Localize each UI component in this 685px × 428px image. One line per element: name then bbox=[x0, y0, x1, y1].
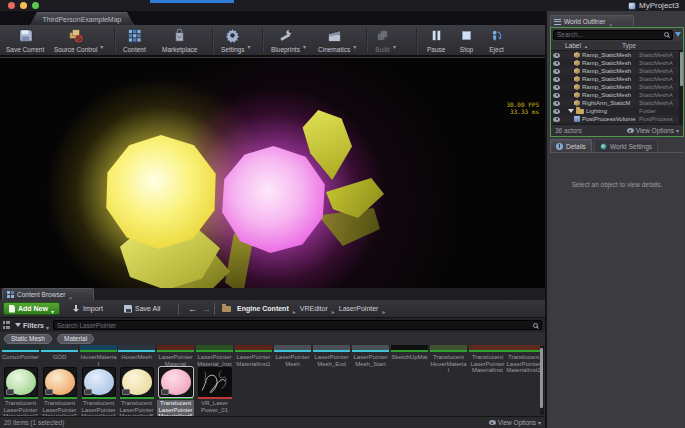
source-control-dropdown-icon[interactable] bbox=[100, 35, 103, 53]
pause-button[interactable]: Pause bbox=[425, 27, 447, 54]
asset-tile[interactable]: Translucent HoverMaterial bbox=[430, 345, 467, 374]
eject-button[interactable]: Eject bbox=[487, 27, 506, 54]
outliner-row[interactable]: Ramp_StaticMeshStaticMeshA bbox=[551, 75, 683, 83]
asset-tile[interactable]: HoverMesh bbox=[118, 345, 155, 361]
source-control-button[interactable]: Source Control bbox=[52, 27, 99, 54]
static-mesh-icon bbox=[574, 100, 580, 106]
breadcrumb-vreditor[interactable]: VREditor bbox=[300, 305, 328, 312]
minimize-window-button[interactable] bbox=[20, 2, 27, 9]
stop-button[interactable]: Stop bbox=[457, 27, 476, 54]
filter-chip-material[interactable]: Material bbox=[57, 334, 94, 344]
outliner-row[interactable]: Ramp_StaticMeshStaticMeshA bbox=[551, 83, 683, 91]
filter-chip-static-mesh[interactable]: Static Mesh bbox=[4, 334, 52, 344]
sources-panel-toggle-icon[interactable] bbox=[3, 321, 11, 329]
asset-tile-material-sphere[interactable]: Translucent LaserPointer MaterialInst4 bbox=[80, 367, 117, 416]
breadcrumb-separator-icon[interactable] bbox=[293, 300, 296, 318]
breadcrumb-separator-icon[interactable] bbox=[332, 300, 335, 318]
outliner-row[interactable]: Ramp_StaticMeshStaticMeshA bbox=[551, 67, 683, 75]
save-current-button[interactable]: Save Current bbox=[4, 27, 46, 54]
outliner-view-options-button[interactable]: View Options bbox=[627, 127, 679, 134]
visibility-eye-icon[interactable] bbox=[553, 117, 560, 122]
fps-stat-overlay: 30.00 FPS 33.33 ms bbox=[506, 101, 539, 115]
asset-tile[interactable]: LaserPointer Material_Inst bbox=[196, 345, 233, 367]
marketplace-button[interactable]: Marketplace bbox=[160, 27, 199, 54]
settings-button[interactable]: Settings bbox=[219, 27, 247, 54]
asset-grid-scrollbar-thumb[interactable] bbox=[540, 348, 543, 408]
outliner-row[interactable]: Ramp_StaticMeshStaticMeshA bbox=[551, 51, 683, 59]
cb-view-options-button[interactable]: View Options bbox=[489, 419, 541, 426]
asset-type-color-bar bbox=[274, 350, 311, 352]
cinematics-dropdown-icon[interactable] bbox=[353, 35, 356, 53]
tab-content-browser[interactable]: Content Browser bbox=[2, 288, 94, 300]
expand-arrow-icon[interactable] bbox=[568, 109, 574, 113]
stop-icon bbox=[459, 28, 474, 43]
asset-tile-material-sphere[interactable]: Translucent LaserPointer MaterialInst3 bbox=[41, 367, 78, 416]
asset-tile[interactable]: HoverMaterial bbox=[80, 345, 117, 367]
cinematics-button[interactable]: Cinematics bbox=[316, 27, 352, 54]
visibility-eye-icon[interactable] bbox=[553, 61, 560, 66]
asset-tile-material-sphere[interactable]: Translucent LaserPointer MaterialInst5 bbox=[118, 367, 155, 416]
visibility-eye-icon[interactable] bbox=[553, 85, 560, 90]
asset-tile[interactable]: GOD bbox=[41, 345, 78, 361]
settings-dropdown-icon[interactable] bbox=[247, 35, 250, 53]
outliner-row[interactable]: Ramp_StaticMeshStaticMeshA bbox=[551, 91, 683, 99]
blueprints-dropdown-icon[interactable] bbox=[303, 35, 306, 53]
visibility-eye-icon[interactable] bbox=[553, 69, 560, 74]
visibility-eye-icon[interactable] bbox=[553, 101, 560, 106]
asset-tile[interactable]: Translucent LaserPointer MaterialInst1 bbox=[505, 345, 542, 374]
level-viewport[interactable]: 30.00 FPS 33.33 ms bbox=[0, 57, 545, 288]
asset-tile[interactable]: LaserPointer Mesh_Start bbox=[352, 345, 389, 367]
outliner-filter-icon[interactable] bbox=[675, 32, 681, 37]
asset-grid-scrollbar[interactable] bbox=[540, 346, 544, 415]
tab-world-outliner[interactable]: World Outliner bbox=[550, 15, 634, 27]
toolbar-separator bbox=[416, 28, 418, 53]
breadcrumb-laserpointer[interactable]: LaserPointer bbox=[339, 305, 379, 312]
close-window-button[interactable] bbox=[8, 2, 15, 9]
asset-tile[interactable]: Translucent LaserPointer MaterialInst bbox=[469, 345, 506, 374]
filter-funnel-icon bbox=[15, 323, 21, 327]
outliner-row[interactable]: Ramp_StaticMeshStaticMeshA bbox=[551, 59, 683, 67]
maximize-window-button[interactable] bbox=[32, 2, 39, 9]
outliner-search-box[interactable] bbox=[553, 30, 673, 40]
forward-button[interactable]: → bbox=[198, 302, 215, 315]
blueprints-button[interactable]: Blueprints bbox=[269, 27, 302, 54]
breadcrumb-engine-content[interactable]: Engine Content bbox=[237, 305, 289, 312]
asset-search-input[interactable] bbox=[57, 322, 531, 329]
asset-tile-texture[interactable]: VR_Laser Power_01 bbox=[196, 367, 233, 413]
asset-tile-material-sphere-selected[interactable]: Translucent LaserPointer MaterialInst6 bbox=[157, 367, 194, 416]
outliner-scrollbar[interactable] bbox=[679, 51, 683, 124]
asset-search-box[interactable] bbox=[53, 320, 542, 330]
outliner-search-input[interactable] bbox=[557, 31, 662, 38]
add-new-button[interactable]: Add New bbox=[3, 302, 60, 315]
save-all-button[interactable]: Save All bbox=[120, 302, 164, 315]
outliner-row-folder[interactable]: LightingFolder bbox=[551, 107, 683, 115]
tab-details[interactable]: Details bbox=[550, 139, 592, 152]
tab-level-map[interactable]: ThirdPersonExampleMap bbox=[30, 12, 134, 25]
asset-tile[interactable]: CursorPointer bbox=[2, 345, 39, 361]
visibility-eye-icon[interactable] bbox=[553, 53, 560, 58]
breadcrumb-separator-icon[interactable] bbox=[382, 300, 385, 318]
visibility-eye-icon[interactable] bbox=[553, 77, 560, 82]
asset-tile[interactable]: LaserPointer MaterialInst1 bbox=[235, 345, 272, 367]
visibility-eye-icon[interactable] bbox=[553, 109, 560, 114]
toolbar-separator bbox=[262, 28, 264, 53]
outliner-row[interactable]: PostProcessVolumePostProcess bbox=[551, 115, 683, 123]
filters-button[interactable]: Filters bbox=[15, 316, 49, 334]
static-mesh-icon bbox=[574, 68, 580, 74]
search-icon bbox=[533, 323, 538, 328]
outliner-row[interactable]: RightArm_StaticMStaticMeshA bbox=[551, 99, 683, 107]
asset-tile-material-sphere[interactable]: Translucent LaserPointer MaterialInst2 bbox=[2, 367, 39, 416]
visibility-eye-icon[interactable] bbox=[553, 93, 560, 98]
outliner-list[interactable]: Ramp_StaticMeshStaticMeshA Ramp_StaticMe… bbox=[551, 51, 683, 124]
asset-grid[interactable]: CursorPointer GOD HoverMaterial HoverMes… bbox=[0, 345, 545, 416]
material-instance-badge-icon bbox=[45, 389, 53, 395]
outliner-scrollbar-thumb[interactable] bbox=[680, 52, 683, 86]
content-button[interactable]: Content bbox=[121, 27, 148, 54]
asset-tile[interactable]: SketchUpMat bbox=[391, 345, 428, 361]
asset-tile[interactable]: LaserPointer Material bbox=[157, 345, 194, 367]
tab-world-settings[interactable]: World Settings bbox=[594, 139, 658, 152]
asset-tile[interactable]: LaserPointer Mesh bbox=[274, 345, 311, 367]
import-button[interactable]: Import bbox=[68, 302, 107, 315]
asset-tile[interactable]: LaserPointer Mesh_End bbox=[313, 345, 350, 367]
outliner-column-header[interactable]: Label Type bbox=[551, 41, 683, 51]
